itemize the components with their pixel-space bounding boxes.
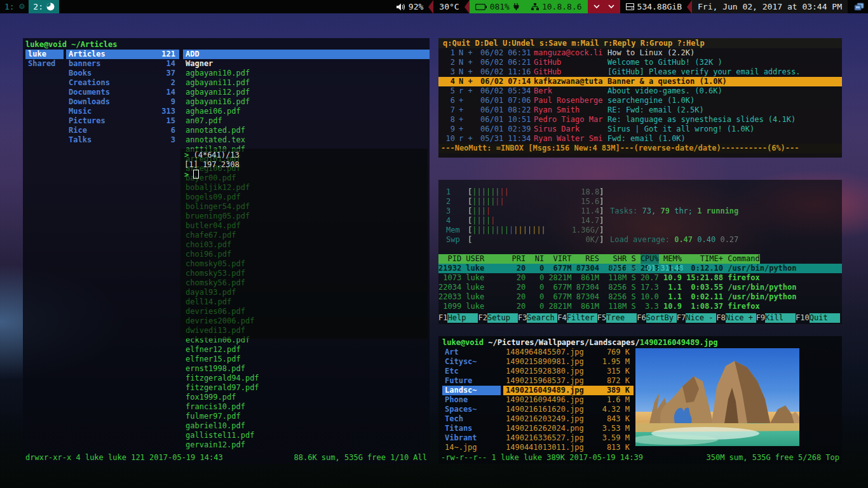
function-key-button[interactable]: F10Quit xyxy=(796,313,840,323)
function-key-button[interactable]: F4Filter xyxy=(557,313,597,323)
disk-module[interactable]: 534.88GiB xyxy=(620,0,688,13)
file-row[interactable]: gervain12.pdf xyxy=(183,440,430,450)
file-row[interactable]: ernst1998.pdf xyxy=(183,364,430,374)
dir-row[interactable]: Downloads9 xyxy=(66,97,179,107)
workspace-tag-2[interactable]: 2: xyxy=(29,0,59,13)
workspace-tag-1[interactable]: 1: ☺ xyxy=(0,0,29,13)
dir-row[interactable]: Articles121 xyxy=(66,50,179,59)
ranger-title: luke@void ~/Articles xyxy=(25,39,430,50)
file-row[interactable]: francis10.pdf xyxy=(183,402,430,412)
function-key-button[interactable]: F6SortBy xyxy=(637,313,676,323)
file-row[interactable]: 1490216262024.png3.53 M xyxy=(503,424,634,433)
file-row[interactable]: aghaei06.pdf xyxy=(183,107,430,116)
mail-row[interactable]: 5 r + 06/02 05:34 Berk About video-games… xyxy=(438,86,842,96)
file-row[interactable]: annotated.tex xyxy=(183,135,430,145)
dir-row[interactable]: Vibrant xyxy=(442,433,501,443)
file-row[interactable]: fulmer97.pdf xyxy=(183,412,430,421)
file-row[interactable]: 1490216203249.jpg843 K xyxy=(503,414,634,424)
dir-row[interactable]: Rice6 xyxy=(66,126,179,135)
updates-module[interactable] xyxy=(588,0,620,13)
file-row[interactable]: gallistel11.pdf xyxy=(183,431,430,440)
file-row[interactable]: agbayani10.pdf xyxy=(183,69,430,78)
file-row[interactable]: 1484964845507.jpg769 K xyxy=(503,348,634,357)
function-key-button[interactable]: F9Kill xyxy=(756,313,796,323)
datetime-value: Fri, Jun 02, 2017 at 03:44 PM xyxy=(698,0,842,13)
clock-module[interactable]: Fri, Jun 02, 2017 at 03:44 PM xyxy=(692,0,848,13)
parent-dir-row[interactable]: luke xyxy=(25,50,64,59)
dir-row[interactable]: Books37 xyxy=(66,69,179,78)
file-row[interactable]: an07.pdf xyxy=(183,116,430,126)
window-htop: 1[||||||||18.8] 2[|||||||15.6] 3[||||11.… xyxy=(438,180,842,324)
file-row[interactable]: Wagner xyxy=(183,59,430,69)
function-key-button[interactable]: F1Help xyxy=(438,313,478,323)
terminal-line[interactable]: > xyxy=(184,170,424,180)
dir-row[interactable]: Creations2 xyxy=(66,78,179,88)
function-key-button[interactable]: F3Search xyxy=(518,313,557,323)
file-row[interactable]: 1490216161620.jpg4.32 M xyxy=(503,405,634,414)
file-row[interactable]: 1490216094496.jpg1.6 M xyxy=(503,395,634,405)
file-row[interactable]: fox1999.pdf xyxy=(183,393,430,402)
file-name: 1490216336527.jpg xyxy=(506,433,584,443)
mail-index: 9 xyxy=(441,125,455,134)
file-row[interactable]: gabriel10.pdf xyxy=(183,421,430,431)
dir-row[interactable]: Future xyxy=(442,376,501,386)
dir-name: Landsc~ xyxy=(445,386,477,395)
dir-row[interactable]: Citysc~ xyxy=(442,357,501,367)
process-row[interactable]: 22033 luke 20 0 677M 87304 8256 S 10.0 1… xyxy=(438,292,842,302)
dir-row[interactable]: Titans xyxy=(442,424,501,433)
function-key-button[interactable]: F8Nice + xyxy=(716,313,756,323)
file-row[interactable]: agbayani11.pdf xyxy=(183,78,430,88)
dir-row[interactable]: Pictures15 xyxy=(66,116,179,126)
mail-row[interactable]: 1 N + 06/02 06:31 manguza@cock.li How to… xyxy=(438,48,842,58)
function-key-button[interactable]: F2Setup xyxy=(478,313,517,323)
file-row[interactable]: annotated.pdf xyxy=(183,126,430,135)
mail-row[interactable]: 2 N + 06/02 06:21 GitHub Welcome to GitH… xyxy=(438,58,842,67)
temperature-module[interactable]: 30°C xyxy=(433,0,465,13)
file-row[interactable]: elfner15.pdf xyxy=(183,355,430,364)
file-row[interactable]: agbayani16.pdf xyxy=(183,97,430,107)
file-row[interactable]: elfner12.pdf xyxy=(183,345,430,355)
dir-row[interactable]: Art xyxy=(442,348,501,357)
file-row[interactable]: 1490215968537.jpg872 K xyxy=(503,376,634,386)
dir-row[interactable]: banners14 xyxy=(66,59,179,69)
function-key-button[interactable]: F7Nice - xyxy=(677,313,716,323)
dir-row[interactable]: Etc xyxy=(442,367,501,376)
mail-row[interactable]: 6 + 06/01 07:06 Paul Rosenberge searchen… xyxy=(438,96,842,105)
file-size: 843 K xyxy=(602,414,630,424)
dir-row[interactable]: Music313 xyxy=(66,107,179,116)
mail-row[interactable]: 7 + 06/01 08:22 Ryan Smith RE: Fwd: emai… xyxy=(438,105,842,115)
mail-row[interactable]: 10 r + 05/31 11:34 Ryan Walter Smi Fwd: … xyxy=(438,134,842,144)
parent-dir-row[interactable]: Shared xyxy=(25,59,64,69)
systray[interactable] xyxy=(848,3,868,11)
file-row[interactable]: agbayani12.pdf xyxy=(183,88,430,97)
file-row[interactable]: 1490216336527.jpg3.59 M xyxy=(503,433,634,443)
dir-name: Articles xyxy=(69,50,105,59)
file-row[interactable]: ADD xyxy=(183,50,430,59)
dir-row[interactable]: Spaces~ xyxy=(442,405,501,414)
mail-row[interactable]: 9 + 06/01 02:39 Sirus Dark Sirus | Got i… xyxy=(438,125,842,134)
dir-row[interactable]: Tech xyxy=(442,414,501,424)
function-key-button[interactable]: F5Tree xyxy=(597,313,637,323)
file-row[interactable]: 1490441013011.jpg813 K xyxy=(503,443,634,452)
mail-row[interactable]: 3 N + 06/02 11:16 GitHub [GitHub] Please… xyxy=(438,67,842,77)
dir-row[interactable]: Documents14 xyxy=(66,88,179,97)
htop-summary: Tasks: 73, 79 thr; 1 running Load averag… xyxy=(610,187,738,292)
file-row[interactable]: 1490215928380.jpg315 K xyxy=(503,367,634,376)
dir-row[interactable]: 14~.jpg xyxy=(442,443,501,452)
volume-module[interactable]: 92% xyxy=(391,0,429,13)
process-row[interactable]: 1099 luke 20 0 2821M 861M 118M S 3.3 10.… xyxy=(438,302,842,311)
battery-module[interactable]: 081% xyxy=(470,0,526,13)
dir-row[interactable]: Landsc~ xyxy=(442,386,501,395)
dir-summary: 88.6K sum, 535G free 1/10 All xyxy=(294,453,427,463)
mail-date: 06/01 10:51 xyxy=(480,115,534,125)
file-row[interactable]: 1490216049489.jpg389 K xyxy=(503,386,634,395)
mail-row[interactable]: 8 + 06/01 10:51 Pedro Tiago Mar Re: lang… xyxy=(438,115,842,125)
file-row[interactable]: fitzgerald97.pdf xyxy=(183,383,430,393)
file-row[interactable]: fitzgerald94.pdf xyxy=(183,374,430,383)
file-row[interactable]: 1490215890981.jpg1.95 M xyxy=(503,357,634,367)
dir-row[interactable]: Phone xyxy=(442,395,501,405)
mail-row[interactable]: 4 N + 06/02 07:14 kafkazwana@tuta Banner… xyxy=(438,77,842,86)
network-module[interactable]: 10.8.8.6 xyxy=(526,0,588,13)
dir-count: 14 xyxy=(166,88,175,97)
dir-row[interactable]: Talks3 xyxy=(66,135,179,145)
